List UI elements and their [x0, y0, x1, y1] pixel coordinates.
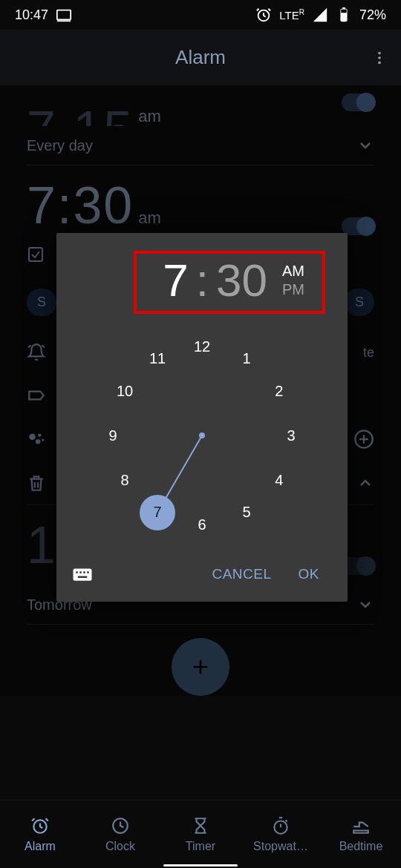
clock-hour-1[interactable]: 1 [232, 343, 261, 373]
svg-rect-4 [341, 10, 346, 13]
app-bar: Alarm [0, 30, 401, 85]
nav-bedtime[interactable]: Bedtime [321, 800, 401, 868]
nav-stopwatch[interactable]: Stopwat… [241, 800, 321, 868]
clock-hour-9[interactable]: 9 [98, 421, 128, 450]
svg-point-6 [378, 56, 381, 59]
status-bar: 10:47 LTER 72% [0, 0, 401, 30]
svg-rect-3 [342, 7, 345, 10]
svg-rect-20 [83, 571, 85, 573]
delete-icon[interactable] [27, 473, 46, 493]
alarm-suffix: am [138, 208, 161, 227]
alarm-status-icon [255, 7, 272, 23]
ok-button[interactable]: OK [285, 560, 333, 588]
gesture-bar [163, 864, 238, 867]
add-circle-icon[interactable] [353, 429, 374, 450]
status-time: 10:47 [15, 7, 48, 23]
clock-hour-2[interactable]: 2 [264, 376, 294, 406]
day-chip[interactable]: S [27, 289, 56, 316]
alarm-suffix: am [138, 107, 161, 126]
day-chip[interactable]: S [345, 289, 374, 316]
svg-rect-17 [74, 569, 92, 581]
ringtone-text: te [363, 345, 374, 361]
svg-rect-22 [78, 576, 88, 579]
clock-face[interactable]: 121234567891011 [98, 332, 306, 539]
clock-hour-4[interactable]: 4 [264, 465, 294, 495]
clock-hour-11[interactable]: 11 [143, 343, 172, 373]
svg-point-5 [378, 51, 381, 54]
repeat-label[interactable]: Every day [27, 137, 93, 154]
svg-rect-0 [57, 10, 71, 20]
time-picker-dialog: 7 : 30 AM PM 121234567891011 CANCEL OK [56, 233, 348, 602]
signal-icon [312, 7, 328, 23]
picker-minute[interactable]: 30 [216, 254, 267, 306]
network-label: LTER [279, 8, 304, 22]
battery-pct: 72% [359, 7, 386, 23]
clock-hour-3[interactable]: 3 [276, 421, 306, 450]
nav-timer[interactable]: Timer [160, 800, 241, 868]
svg-rect-19 [79, 571, 82, 573]
svg-point-9 [29, 433, 36, 440]
svg-rect-21 [87, 571, 89, 573]
clock-hour-10[interactable]: 10 [110, 376, 140, 406]
alarm-time[interactable]: 7:30 [27, 177, 134, 234]
clock-hour-6[interactable]: 6 [187, 510, 217, 539]
am-toggle[interactable]: AM [282, 263, 304, 280]
overflow-menu-icon[interactable] [371, 50, 388, 66]
alarm-toggle[interactable] [342, 93, 374, 111]
alarm-time-partial[interactable]: 1 [27, 516, 57, 575]
clock-hour-8[interactable]: 8 [110, 465, 140, 495]
chevron-down-icon[interactable] [356, 596, 374, 614]
add-alarm-fab[interactable] [172, 638, 229, 696]
chevron-down-icon[interactable] [356, 137, 374, 154]
svg-point-7 [378, 61, 381, 64]
cast-icon [56, 7, 72, 23]
page-title: Alarm [175, 46, 226, 69]
svg-point-10 [38, 433, 41, 436]
checkbox-checked-icon[interactable] [27, 246, 45, 263]
pm-toggle[interactable]: PM [282, 281, 304, 298]
svg-rect-8 [29, 248, 42, 261]
clock-hour-7[interactable]: 7 [140, 495, 175, 530]
clock-hour-5[interactable]: 5 [232, 498, 261, 527]
time-colon: : [196, 254, 209, 306]
bottom-nav: Alarm Clock Timer Stopwat… Bedtime [0, 800, 401, 868]
nav-alarm[interactable]: Alarm [0, 800, 80, 868]
cancel-button[interactable]: CANCEL [198, 560, 284, 588]
svg-point-12 [42, 438, 44, 441]
keyboard-icon[interactable] [71, 563, 94, 585]
svg-rect-18 [76, 571, 78, 573]
clock-hour-12[interactable]: 12 [187, 332, 217, 361]
dialog-actions: CANCEL OK [56, 547, 348, 602]
svg-point-11 [36, 439, 40, 444]
alarm-time-partial: 7.15 [27, 100, 134, 126]
battery-icon [336, 7, 352, 23]
clock-hand [165, 435, 203, 499]
label-icon[interactable] [27, 386, 46, 405]
assistant-icon[interactable] [27, 430, 46, 449]
chevron-up-icon[interactable] [356, 474, 374, 492]
picker-hour[interactable]: 7 [163, 254, 188, 306]
highlight-box: 7 : 30 AM PM [134, 251, 325, 314]
nav-clock[interactable]: Clock [80, 800, 160, 868]
svg-point-16 [274, 821, 287, 833]
ringtone-icon[interactable] [27, 343, 46, 362]
